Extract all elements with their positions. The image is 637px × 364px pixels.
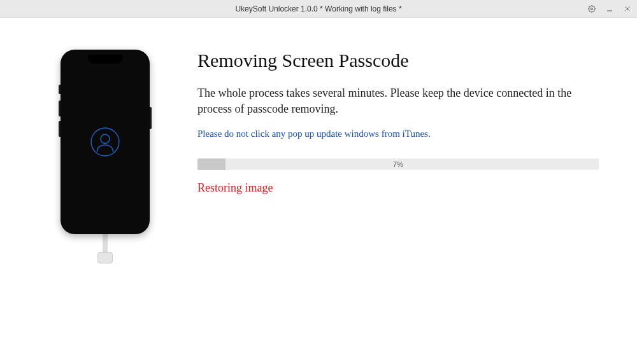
svg-point-0 [591, 8, 593, 10]
gear-icon[interactable] [587, 4, 596, 13]
titlebar-controls [587, 0, 632, 17]
phone-device [61, 50, 150, 234]
svg-point-5 [101, 134, 110, 143]
page-heading: Removing Screen Passcode [197, 50, 599, 71]
titlebar: UkeySoft Unlocker 1.0.0 * Working with l… [0, 0, 637, 18]
svg-point-4 [91, 128, 119, 156]
minimize-icon[interactable] [605, 4, 614, 13]
window-title: UkeySoft Unlocker 1.0.0 * Working with l… [235, 4, 401, 13]
user-icon [89, 126, 121, 158]
status-text: Restoring image [197, 181, 599, 195]
close-icon[interactable] [623, 4, 632, 13]
progress-fill [197, 158, 225, 170]
phone-cable [103, 233, 108, 252]
phone-connector [97, 252, 113, 263]
progress-bar: 7% [197, 158, 599, 170]
description-text: The whole process takes several minutes.… [197, 85, 599, 117]
progress-label: 7% [393, 160, 403, 168]
main-panel: Removing Screen Passcode The whole proce… [178, 50, 612, 263]
warning-text: Please do not click any pop up update wi… [197, 129, 599, 139]
content-area: Removing Screen Passcode The whole proce… [0, 18, 637, 289]
phone-illustration [32, 50, 178, 263]
